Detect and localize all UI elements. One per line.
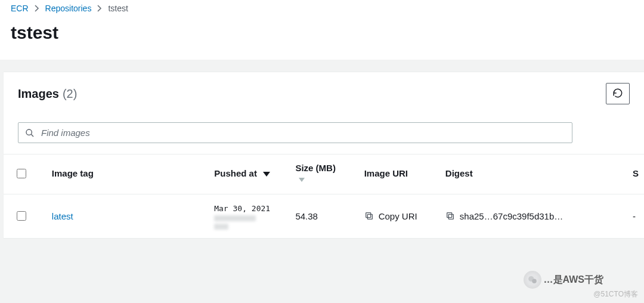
title-area: tstest	[0, 17, 644, 60]
panel-count: (2)	[63, 87, 77, 101]
copy-uri-button[interactable]: Copy URI	[364, 211, 424, 221]
svg-point-0	[26, 129, 32, 135]
sort-icon	[299, 178, 305, 182]
sort-desc-icon	[263, 172, 270, 177]
svg-rect-5	[447, 213, 451, 218]
images-table: Image tag Pushed at Size (MB) Image URI	[4, 154, 644, 239]
col-image-tag[interactable]: Image tag	[41, 154, 203, 194]
pushed-at-value: Mar 30, 2021	[214, 204, 270, 213]
blurred-text	[214, 224, 228, 230]
breadcrumb-current: tstest	[108, 4, 128, 13]
copy-uri-label: Copy URI	[379, 211, 417, 221]
search-icon	[25, 128, 35, 138]
search-input[interactable]	[18, 122, 572, 143]
scan-status-value: -	[633, 211, 636, 221]
breadcrumb: ECR Repositories tstest	[0, 0, 644, 17]
refresh-icon	[612, 88, 623, 100]
page-title: tstest	[11, 23, 633, 43]
blurred-text	[214, 215, 256, 221]
col-digest[interactable]: Digest	[435, 154, 622, 194]
table-row: latest Mar 30, 2021 54.38	[4, 194, 644, 238]
col-scan-status[interactable]: S	[622, 154, 644, 194]
size-value: 54.38	[295, 211, 318, 221]
copy-icon[interactable]	[445, 211, 455, 221]
col-size[interactable]: Size (MB)	[284, 154, 353, 194]
row-checkbox[interactable]	[17, 211, 26, 221]
refresh-button[interactable]	[606, 83, 630, 104]
select-all-checkbox[interactable]	[17, 169, 26, 178]
svg-rect-4	[448, 214, 453, 219]
chevron-right-icon	[35, 5, 39, 12]
image-tag-link[interactable]: latest	[52, 211, 73, 221]
images-panel: Images (2)	[4, 72, 644, 239]
digest-value[interactable]: sha25…67c9c39f5d31b…	[460, 211, 563, 221]
panel-title: Images	[18, 87, 59, 101]
search-box	[18, 122, 572, 143]
breadcrumb-repositories[interactable]: Repositories	[45, 4, 92, 13]
svg-line-1	[31, 134, 33, 137]
chevron-right-icon	[97, 5, 102, 12]
copy-icon	[364, 211, 374, 221]
col-image-uri[interactable]: Image URI	[354, 154, 435, 194]
col-pushed-at[interactable]: Pushed at	[203, 154, 284, 194]
svg-rect-2	[367, 214, 372, 219]
svg-rect-3	[366, 213, 370, 218]
breadcrumb-ecr[interactable]: ECR	[11, 4, 29, 13]
